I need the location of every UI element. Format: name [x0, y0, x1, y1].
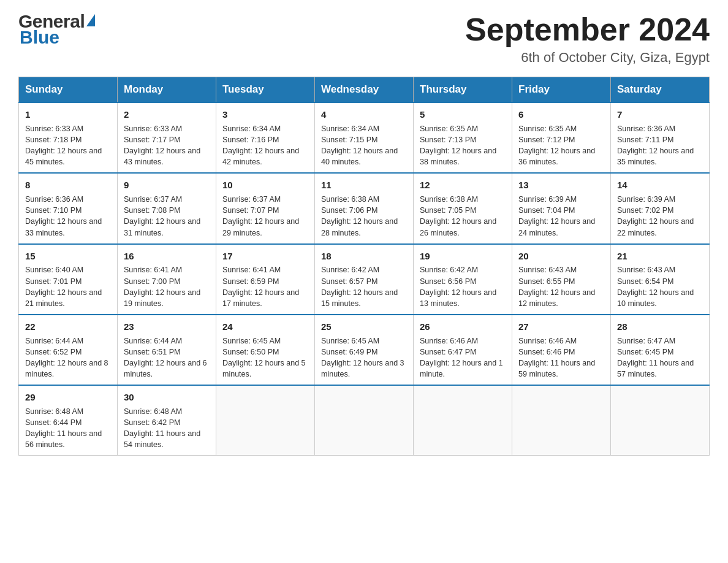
location-subtitle: 6th of October City, Giza, Egypt	[465, 50, 710, 66]
day-number: 13	[518, 178, 604, 192]
table-row: 14Sunrise: 6:39 AMSunset: 7:02 PMDayligh…	[611, 173, 710, 243]
table-row	[216, 385, 315, 456]
day-number: 12	[420, 178, 506, 192]
day-info: Sunrise: 6:34 AMSunset: 7:16 PMDaylight:…	[222, 123, 308, 168]
day-info: Sunrise: 6:47 AMSunset: 6:45 PMDaylight:…	[617, 335, 703, 380]
day-number: 30	[124, 391, 210, 404]
table-row	[315, 385, 414, 456]
weekday-header-friday: Friday	[512, 77, 611, 103]
table-row: 5Sunrise: 6:35 AMSunset: 7:13 PMDaylight…	[414, 102, 512, 173]
day-number: 18	[321, 250, 407, 263]
table-row: 29Sunrise: 6:48 AMSunset: 6:44 PMDayligh…	[19, 385, 118, 456]
day-info: Sunrise: 6:36 AMSunset: 7:10 PMDaylight:…	[25, 194, 111, 239]
day-number: 17	[222, 250, 308, 263]
day-number: 25	[321, 320, 407, 334]
logo-blue: Blue	[20, 27, 59, 47]
day-info: Sunrise: 6:43 AMSunset: 6:54 PMDaylight:…	[617, 264, 703, 309]
weekday-header-thursday: Thursday	[414, 77, 512, 103]
day-info: Sunrise: 6:41 AMSunset: 7:00 PMDaylight:…	[124, 264, 210, 309]
day-info: Sunrise: 6:46 AMSunset: 6:47 PMDaylight:…	[420, 335, 506, 380]
table-row: 11Sunrise: 6:38 AMSunset: 7:06 PMDayligh…	[315, 173, 414, 243]
day-info: Sunrise: 6:36 AMSunset: 7:11 PMDaylight:…	[617, 123, 703, 168]
table-row: 23Sunrise: 6:44 AMSunset: 6:51 PMDayligh…	[118, 315, 216, 385]
table-row: 3Sunrise: 6:34 AMSunset: 7:16 PMDaylight…	[216, 102, 315, 173]
table-row: 9Sunrise: 6:37 AMSunset: 7:08 PMDaylight…	[118, 173, 216, 243]
table-row: 18Sunrise: 6:42 AMSunset: 6:57 PMDayligh…	[315, 244, 414, 315]
day-number: 28	[617, 320, 703, 334]
weekday-header-sunday: Sunday	[19, 77, 118, 103]
day-number: 19	[420, 250, 506, 263]
table-row: 25Sunrise: 6:45 AMSunset: 6:49 PMDayligh…	[315, 315, 414, 385]
table-row: 7Sunrise: 6:36 AMSunset: 7:11 PMDaylight…	[611, 102, 710, 173]
calendar-table: SundayMondayTuesdayWednesdayThursdayFrid…	[18, 77, 710, 456]
table-row: 27Sunrise: 6:46 AMSunset: 6:46 PMDayligh…	[512, 315, 611, 385]
table-row	[414, 385, 512, 456]
table-row: 24Sunrise: 6:45 AMSunset: 6:50 PMDayligh…	[216, 315, 315, 385]
day-info: Sunrise: 6:39 AMSunset: 7:04 PMDaylight:…	[518, 194, 604, 239]
table-row: 22Sunrise: 6:44 AMSunset: 6:52 PMDayligh…	[19, 315, 118, 385]
day-info: Sunrise: 6:45 AMSunset: 6:50 PMDaylight:…	[222, 335, 308, 380]
day-info: Sunrise: 6:37 AMSunset: 7:08 PMDaylight:…	[124, 194, 210, 239]
logo: General Blue	[18, 12, 95, 47]
day-number: 10	[222, 178, 308, 192]
table-row: 2Sunrise: 6:33 AMSunset: 7:17 PMDaylight…	[118, 102, 216, 173]
table-row: 6Sunrise: 6:35 AMSunset: 7:12 PMDaylight…	[512, 102, 611, 173]
day-number: 27	[518, 320, 604, 334]
day-number: 5	[420, 108, 506, 121]
header: General Blue September 2024 6th of Octob…	[18, 12, 710, 66]
day-info: Sunrise: 6:44 AMSunset: 6:51 PMDaylight:…	[124, 335, 210, 380]
table-row: 13Sunrise: 6:39 AMSunset: 7:04 PMDayligh…	[512, 173, 611, 243]
day-number: 29	[25, 391, 111, 404]
day-info: Sunrise: 6:35 AMSunset: 7:12 PMDaylight:…	[518, 123, 604, 168]
day-info: Sunrise: 6:46 AMSunset: 6:46 PMDaylight:…	[518, 335, 604, 380]
day-info: Sunrise: 6:45 AMSunset: 6:49 PMDaylight:…	[321, 335, 407, 380]
day-info: Sunrise: 6:33 AMSunset: 7:18 PMDaylight:…	[25, 123, 111, 168]
day-info: Sunrise: 6:48 AMSunset: 6:44 PMDaylight:…	[25, 406, 111, 451]
table-row: 1Sunrise: 6:33 AMSunset: 7:18 PMDaylight…	[19, 102, 118, 173]
week-row-5: 29Sunrise: 6:48 AMSunset: 6:44 PMDayligh…	[19, 385, 710, 456]
day-number: 7	[617, 108, 703, 121]
table-row: 20Sunrise: 6:43 AMSunset: 6:55 PMDayligh…	[512, 244, 611, 315]
table-row: 16Sunrise: 6:41 AMSunset: 7:00 PMDayligh…	[118, 244, 216, 315]
day-number: 23	[124, 320, 210, 334]
title-area: September 2024 6th of October City, Giza…	[465, 12, 710, 66]
day-info: Sunrise: 6:39 AMSunset: 7:02 PMDaylight:…	[617, 194, 703, 239]
week-row-4: 22Sunrise: 6:44 AMSunset: 6:52 PMDayligh…	[19, 315, 710, 385]
day-info: Sunrise: 6:38 AMSunset: 7:05 PMDaylight:…	[420, 194, 506, 239]
day-number: 3	[222, 108, 308, 121]
day-info: Sunrise: 6:37 AMSunset: 7:07 PMDaylight:…	[222, 194, 308, 239]
day-number: 16	[124, 250, 210, 263]
day-info: Sunrise: 6:48 AMSunset: 6:42 PMDaylight:…	[124, 406, 210, 451]
weekday-header-wednesday: Wednesday	[315, 77, 414, 103]
table-row: 28Sunrise: 6:47 AMSunset: 6:45 PMDayligh…	[611, 315, 710, 385]
table-row: 21Sunrise: 6:43 AMSunset: 6:54 PMDayligh…	[611, 244, 710, 315]
day-number: 4	[321, 108, 407, 121]
day-number: 8	[25, 178, 111, 192]
table-row: 17Sunrise: 6:41 AMSunset: 6:59 PMDayligh…	[216, 244, 315, 315]
table-row: 26Sunrise: 6:46 AMSunset: 6:47 PMDayligh…	[414, 315, 512, 385]
day-info: Sunrise: 6:34 AMSunset: 7:15 PMDaylight:…	[321, 123, 407, 168]
day-number: 15	[25, 250, 111, 263]
week-row-3: 15Sunrise: 6:40 AMSunset: 7:01 PMDayligh…	[19, 244, 710, 315]
table-row	[611, 385, 710, 456]
day-number: 21	[617, 250, 703, 263]
table-row: 10Sunrise: 6:37 AMSunset: 7:07 PMDayligh…	[216, 173, 315, 243]
day-number: 6	[518, 108, 604, 121]
day-number: 11	[321, 178, 407, 192]
table-row: 8Sunrise: 6:36 AMSunset: 7:10 PMDaylight…	[19, 173, 118, 243]
day-number: 2	[124, 108, 210, 121]
day-info: Sunrise: 6:44 AMSunset: 6:52 PMDaylight:…	[25, 335, 111, 380]
day-info: Sunrise: 6:38 AMSunset: 7:06 PMDaylight:…	[321, 194, 407, 239]
day-number: 20	[518, 250, 604, 263]
weekday-header-tuesday: Tuesday	[216, 77, 315, 103]
day-number: 9	[124, 178, 210, 192]
day-number: 24	[222, 320, 308, 334]
week-row-1: 1Sunrise: 6:33 AMSunset: 7:18 PMDaylight…	[19, 102, 710, 173]
day-number: 26	[420, 320, 506, 334]
day-info: Sunrise: 6:41 AMSunset: 6:59 PMDaylight:…	[222, 264, 308, 309]
weekday-header-row: SundayMondayTuesdayWednesdayThursdayFrid…	[19, 77, 710, 103]
logo-triangle-icon	[86, 14, 95, 26]
table-row: 4Sunrise: 6:34 AMSunset: 7:15 PMDaylight…	[315, 102, 414, 173]
day-info: Sunrise: 6:42 AMSunset: 6:57 PMDaylight:…	[321, 264, 407, 309]
weekday-header-monday: Monday	[118, 77, 216, 103]
